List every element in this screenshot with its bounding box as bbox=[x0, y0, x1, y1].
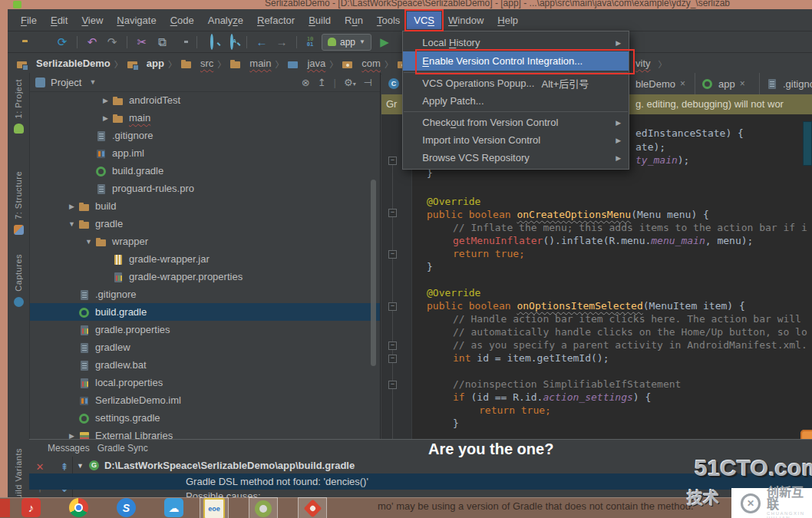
menubar-item-edit[interactable]: Edit bbox=[44, 12, 74, 29]
breadcrumb-separator: 〉 bbox=[659, 58, 667, 70]
genymotion-icon[interactable] bbox=[249, 497, 278, 518]
eoe-app-icon[interactable]: eoe bbox=[200, 497, 229, 518]
sync-icon[interactable]: ⟳ bbox=[55, 35, 69, 49]
expand-all-icon[interactable]: ⇞ bbox=[58, 461, 71, 473]
messages-title[interactable]: Messages bbox=[48, 443, 90, 454]
close-icon[interactable]: ✕ bbox=[34, 461, 46, 473]
vcs-menu-item-browse-vcs-repository[interactable]: Browse VCS Repository▶ bbox=[403, 149, 629, 167]
brand-name: 创新互联 bbox=[767, 487, 812, 511]
tree-item-gradle[interactable]: ▼gradle bbox=[30, 215, 380, 233]
background-hint-text: mo' may be using a version of Gradle tha… bbox=[378, 500, 694, 512]
replace-icon[interactable] bbox=[225, 35, 239, 49]
run-configuration-select[interactable]: app ▼ bbox=[322, 34, 371, 51]
tree-item-build-gradle[interactable]: build.gradle bbox=[30, 162, 380, 180]
tree-expand-arrow[interactable]: ▶ bbox=[99, 97, 112, 104]
undo-icon[interactable]: ↶ bbox=[85, 35, 99, 49]
menubar-item-file[interactable]: File bbox=[14, 12, 44, 29]
toolbar-separator bbox=[296, 36, 297, 48]
breadcrumb-item-src[interactable]: src bbox=[180, 58, 213, 69]
cut-icon[interactable]: ✂ bbox=[135, 35, 149, 49]
taskbar-app-partial-icon[interactable] bbox=[0, 499, 10, 517]
run-icon[interactable]: ▶ bbox=[378, 35, 391, 49]
breadcrumb-item-com[interactable]: com bbox=[342, 58, 381, 69]
menubar-item-navigate[interactable]: Navigate bbox=[110, 12, 163, 29]
tree-item-app-iml[interactable]: app.iml bbox=[30, 144, 380, 162]
tree-item-gradlew[interactable]: gradlew bbox=[30, 338, 380, 356]
menubar-item-run[interactable]: Run bbox=[338, 12, 370, 29]
toolstrip-build-variants[interactable]: Build Variants bbox=[8, 448, 29, 505]
chevron-down-icon: ▼ bbox=[359, 38, 365, 45]
hide-panel-icon[interactable]: ⊣ bbox=[364, 77, 372, 88]
message-group-row[interactable]: ▼ G D:\LastWorkSpeace\SerlizableDemo\app… bbox=[77, 460, 355, 471]
tree-expand-arrow[interactable]: ▶ bbox=[65, 432, 78, 440]
tree-item-gradlew-bat[interactable]: gradlew.bat bbox=[30, 356, 380, 374]
vcs-menu-item-vcs-operations-popup[interactable]: VCS Operations Popup...Alt+后引号 bbox=[403, 74, 629, 92]
tree-item-local-properties[interactable]: local.properties bbox=[30, 374, 380, 391]
toolstrip-captures[interactable]: Captures bbox=[8, 254, 29, 307]
breadcrumb-separator: 〉 bbox=[329, 58, 338, 70]
back-icon[interactable]: ← bbox=[255, 35, 269, 49]
vcs-menu-item-local-history[interactable]: Local History▶ bbox=[403, 34, 629, 51]
menubar-item-window[interactable]: Window bbox=[441, 12, 490, 29]
iml-icon bbox=[95, 148, 107, 159]
redo-icon[interactable]: ↷ bbox=[105, 35, 119, 49]
menubar-item-help[interactable]: Help bbox=[490, 12, 525, 29]
menubar-item-build[interactable]: Build bbox=[302, 12, 338, 29]
tree-item-build[interactable]: ▶build bbox=[30, 197, 380, 215]
chrome-icon[interactable] bbox=[69, 498, 88, 517]
project-panel-title[interactable]: Project bbox=[51, 77, 81, 88]
tree-item-gradle-wrapper-properties[interactable]: gradle-wrapper.properties bbox=[30, 268, 380, 285]
vcs-menu-item-apply-patch[interactable]: Apply Patch... bbox=[403, 92, 629, 110]
folder-icon bbox=[78, 201, 91, 212]
tree-item--gitignore[interactable]: .gitignore bbox=[30, 127, 380, 144]
tree-item-gradle-properties[interactable]: gradle.properties bbox=[30, 321, 380, 338]
collapse-all-icon[interactable]: ↥ bbox=[318, 77, 326, 88]
code-line: } bbox=[427, 261, 433, 273]
breadcrumb-item-main[interactable]: main bbox=[229, 58, 271, 69]
breadcrumb-item-java[interactable]: java bbox=[287, 58, 325, 69]
vcs-menu-item-import-into-version-control[interactable]: Import into Version Control▶ bbox=[403, 131, 629, 149]
tree-item-androidtest[interactable]: ▶androidTest bbox=[30, 91, 380, 109]
tree-item-gradle-wrapper-jar[interactable]: gradle-wrapper.jar bbox=[30, 250, 380, 268]
menubar-item-vcs[interactable]: VCS bbox=[407, 12, 441, 29]
scrollbar[interactable] bbox=[371, 180, 376, 366]
chevron-down-icon[interactable]: ▼ bbox=[77, 462, 84, 470]
tree-item-build-gradle[interactable]: build.gradle bbox=[30, 303, 380, 321]
tree-item-serlizabledemo-iml[interactable]: SerlizableDemo.iml bbox=[30, 391, 380, 409]
find-icon[interactable] bbox=[205, 35, 219, 49]
toolstrip-structure[interactable]: 7: Structure bbox=[8, 171, 29, 235]
file-icon bbox=[78, 289, 91, 300]
binary-icon[interactable]: 1001 bbox=[305, 37, 315, 48]
breadcrumb-item-serlizabledemo[interactable]: SerlizableDemo bbox=[16, 58, 111, 69]
tree-expand-arrow[interactable]: ▼ bbox=[82, 238, 95, 246]
vcs-menu-item-enable-version-control-integration[interactable]: Enable Version Control Integration... bbox=[403, 51, 629, 71]
chevron-down-icon[interactable]: ▼ bbox=[89, 78, 96, 86]
gear-icon[interactable]: ⚙▾ bbox=[344, 77, 356, 88]
flame-app-icon[interactable] bbox=[298, 497, 327, 518]
netease-music-icon[interactable]: ♪ bbox=[21, 498, 41, 517]
baidu-pan-icon[interactable]: ☁ bbox=[164, 498, 183, 517]
menubar-item-analyze[interactable]: Analyze bbox=[201, 12, 250, 29]
messages-tab-gradle-sync[interactable]: Gradle Sync bbox=[97, 443, 148, 454]
menubar-item-refactor[interactable]: Refactor bbox=[250, 12, 302, 29]
file-icon bbox=[95, 183, 107, 194]
vcs-menu-item-checkout-from-version-control[interactable]: Checkout from Version Control▶ bbox=[403, 114, 629, 131]
locate-file-icon[interactable]: ⊗ bbox=[302, 77, 310, 88]
tree-expand-arrow[interactable]: ▶ bbox=[65, 203, 78, 210]
menubar-item-code[interactable]: Code bbox=[163, 12, 201, 29]
breadcrumb-item-app[interactable]: app bbox=[127, 58, 164, 69]
tree-expand-arrow[interactable]: ▼ bbox=[65, 220, 78, 228]
tree-item--gitignore[interactable]: .gitignore bbox=[30, 285, 380, 303]
menubar-item-tools[interactable]: Tools bbox=[370, 12, 407, 29]
toolstrip-project[interactable]: 1: Project bbox=[8, 79, 29, 134]
tree-item-settings-gradle[interactable]: settings.gradle bbox=[30, 409, 380, 427]
forward-icon[interactable]: → bbox=[275, 35, 289, 49]
tree-expand-arrow[interactable]: ▶ bbox=[99, 114, 112, 122]
sogou-browser-icon[interactable]: S bbox=[117, 498, 136, 517]
breadcrumb-item-activity[interactable]: vity bbox=[635, 58, 651, 69]
tree-item-proguard-rules-pro[interactable]: proguard-rules.pro bbox=[30, 180, 380, 197]
menubar-item-view[interactable]: View bbox=[74, 12, 110, 29]
tree-item-wrapper[interactable]: ▼wrapper bbox=[30, 233, 380, 250]
tree-item-main[interactable]: ▶main bbox=[30, 109, 380, 127]
copy-icon[interactable]: ⧉ bbox=[155, 35, 169, 49]
